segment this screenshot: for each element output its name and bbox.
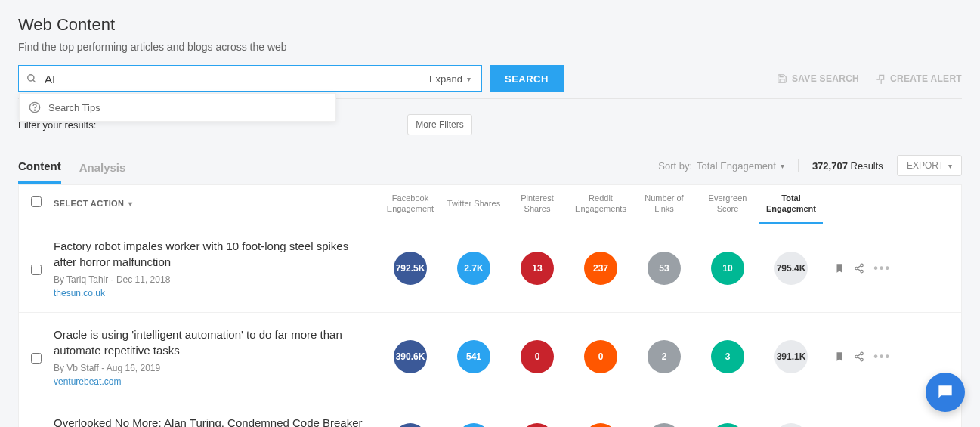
create-alert-button[interactable]: CREATE ALERT — [875, 73, 962, 84]
tab-analysis[interactable]: Analysis — [79, 155, 126, 183]
col-total[interactable]: Total Engagement — [759, 193, 823, 224]
chevron-down-icon: ▾ — [781, 162, 784, 170]
twitter-metric: 7.9K — [457, 423, 490, 427]
save-search-label: SAVE SEARCH — [792, 73, 859, 84]
evergreen-metric: 3 — [711, 340, 744, 373]
reddit-metric: 163 — [584, 423, 617, 427]
table-header: SELECT ACTION ▾ Facebook Engagement Twit… — [19, 185, 961, 224]
search-button[interactable]: SEARCH — [490, 65, 564, 92]
select-all-checkbox[interactable] — [31, 196, 42, 207]
more-filters-button[interactable]: More Filters — [407, 114, 471, 135]
select-action-dropdown[interactable]: SELECT ACTION ▾ — [54, 199, 379, 208]
svg-line-12 — [858, 354, 861, 355]
row-checkbox[interactable] — [31, 353, 42, 364]
sort-by-dropdown[interactable]: Sort by: Total Engagement ▾ — [658, 160, 784, 172]
table-row: Factory robot impales worker with 10 foo… — [19, 224, 961, 313]
export-button[interactable]: EXPORT ▾ — [897, 155, 962, 176]
chat-widget[interactable] — [926, 373, 965, 412]
col-links[interactable]: Number of Links — [632, 193, 696, 215]
save-search-button[interactable]: SAVE SEARCH — [777, 73, 859, 84]
reddit-metric: 237 — [584, 252, 617, 285]
divider — [867, 72, 867, 85]
select-action-label: SELECT ACTION — [54, 199, 124, 208]
col-twitter[interactable]: Twitter Shares — [442, 198, 505, 209]
table-row: Overlooked No More: Alan Turing, Condemn… — [19, 401, 961, 427]
svg-point-0 — [28, 75, 34, 81]
article-byline: By Vb Staff - Aug 16, 2019 — [54, 363, 363, 373]
bookmark-icon[interactable] — [834, 351, 845, 362]
facebook-metric: 390.6K — [394, 340, 427, 373]
twitter-metric: 541 — [457, 340, 490, 373]
evergreen-metric: 10 — [711, 252, 744, 285]
links-metric: 2 — [648, 340, 681, 373]
links-metric: 36 — [648, 423, 681, 427]
expand-button[interactable]: Expand ▾ — [419, 66, 481, 91]
more-icon[interactable]: ••• — [873, 350, 891, 364]
article-domain[interactable]: thesun.co.uk — [54, 288, 363, 299]
search-tips-popup[interactable]: Search Tips — [19, 93, 336, 122]
chevron-down-icon: ▾ — [467, 75, 471, 83]
total-metric: 199.5K — [774, 423, 808, 427]
search-icon — [26, 73, 37, 84]
results-suffix: Results — [851, 160, 883, 172]
chat-icon — [935, 382, 955, 402]
svg-point-9 — [861, 352, 864, 355]
expand-label: Expand — [429, 73, 462, 85]
page-title: Web Content — [18, 15, 962, 35]
share-icon[interactable] — [854, 263, 864, 274]
col-evergreen[interactable]: Evergreen Score — [696, 193, 759, 215]
sort-label: Sort by: — [658, 160, 692, 172]
svg-line-8 — [858, 268, 861, 270]
more-icon[interactable]: ••• — [873, 261, 891, 275]
export-label: EXPORT — [907, 160, 944, 171]
sort-value: Total Engagement — [697, 160, 776, 172]
svg-line-7 — [858, 265, 861, 267]
col-facebook[interactable]: Facebook Engagement — [379, 193, 442, 215]
tab-content[interactable]: Content — [18, 153, 61, 184]
svg-point-10 — [855, 355, 858, 358]
alert-icon — [875, 73, 886, 84]
bookmark-icon[interactable] — [834, 263, 845, 274]
pinterest-metric: 0 — [521, 340, 554, 373]
facebook-metric: 792.5K — [394, 252, 427, 285]
chevron-down-icon: ▾ — [948, 162, 952, 170]
search-box: Expand ▾ Search Tips — [18, 65, 482, 92]
svg-line-13 — [858, 357, 861, 358]
divider — [798, 159, 799, 172]
svg-line-1 — [33, 80, 36, 82]
article-title[interactable]: Overlooked No More: Alan Turing, Condemn… — [54, 415, 363, 427]
reddit-metric: 0 — [584, 340, 617, 373]
svg-point-4 — [861, 264, 864, 267]
svg-point-5 — [855, 267, 858, 270]
col-pinterest[interactable]: Pinterest Shares — [505, 193, 569, 215]
col-reddit[interactable]: Reddit Engagements — [569, 193, 632, 215]
pinterest-metric: 41 — [521, 423, 554, 427]
row-checkbox[interactable] — [31, 265, 42, 275]
share-icon[interactable] — [854, 351, 864, 362]
article-byline: By Tariq Tahir - Dec 11, 2018 — [54, 274, 363, 285]
svg-point-11 — [861, 358, 864, 361]
pinterest-metric: 13 — [521, 252, 554, 285]
search-input[interactable] — [45, 66, 419, 91]
article-title[interactable]: Factory robot impales worker with 10 foo… — [54, 238, 363, 270]
results-table: SELECT ACTION ▾ Facebook Engagement Twit… — [18, 184, 962, 427]
page-subtitle: Find the top performing articles and blo… — [18, 41, 962, 53]
evergreen-metric: 18 — [711, 423, 744, 427]
save-icon — [777, 73, 787, 84]
article-domain[interactable]: venturebeat.com — [54, 376, 363, 387]
search-tips-label: Search Tips — [48, 102, 100, 113]
svg-point-6 — [861, 270, 864, 273]
facebook-metric: 191.5K — [394, 423, 427, 427]
create-alert-label: CREATE ALERT — [890, 73, 962, 84]
results-number: 372,707 — [812, 160, 848, 172]
help-icon — [29, 101, 41, 113]
total-metric: 391.1K — [774, 340, 808, 373]
article-title[interactable]: Oracle is using 'intelligent automation'… — [54, 326, 363, 358]
total-metric: 795.4K — [774, 252, 808, 285]
table-row: Oracle is using 'intelligent automation'… — [19, 313, 961, 401]
svg-point-3 — [34, 110, 35, 110]
results-count: 372,707 Results — [812, 160, 883, 172]
twitter-metric: 2.7K — [457, 252, 490, 285]
links-metric: 53 — [648, 252, 681, 285]
chevron-down-icon: ▾ — [128, 200, 132, 208]
